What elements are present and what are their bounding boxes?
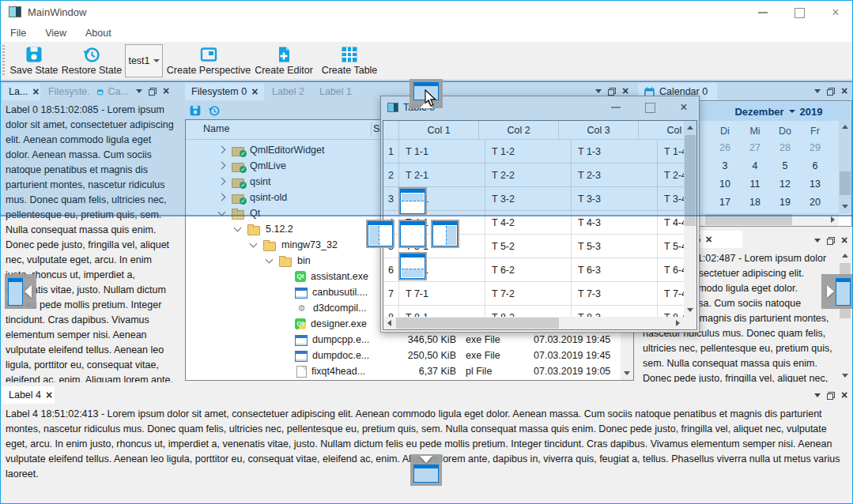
calendar-day[interactable]: 13 (800, 179, 830, 190)
drop-indicator-bottom[interactable] (398, 252, 427, 280)
edge-indicator-bottom[interactable] (410, 454, 442, 486)
scroll-up-icon[interactable] (842, 254, 848, 258)
calendar-day[interactable]: 10 (710, 179, 740, 190)
row-header[interactable]: 2 (383, 164, 399, 187)
float-icon[interactable] (149, 88, 157, 96)
scroll-right-icon[interactable] (831, 216, 835, 223)
table-cell[interactable]: T 6-2 (485, 258, 572, 282)
drop-indicator-top[interactable] (398, 187, 427, 216)
restore-state-button[interactable]: Restore State (61, 43, 123, 78)
table-cell[interactable]: T 1-3 (572, 140, 658, 164)
tab-calendar1[interactable]: Ca... (91, 83, 135, 100)
tabs-menu-icon[interactable] (136, 89, 142, 93)
drop-indicator-center[interactable] (398, 220, 427, 248)
scroll-down-icon[interactable] (842, 205, 848, 209)
close-icon[interactable] (705, 234, 711, 246)
table-cell[interactable]: T 3-2 (485, 187, 572, 211)
menu-item-about[interactable]: About (76, 24, 121, 42)
table-cell[interactable]: T 1-2 (485, 140, 572, 164)
table-cell[interactable]: T 2-2 (485, 164, 572, 187)
table-cell[interactable]: T 7-3 (572, 282, 658, 306)
tabs-menu-icon[interactable] (814, 393, 821, 397)
table-cell[interactable]: T 4-2 (485, 211, 572, 235)
tree-item[interactable]: fixqt4head...6,37 KiBpl File07.03.2019 1… (187, 363, 620, 379)
row-header[interactable]: 1 (383, 140, 399, 164)
calendar-day[interactable]: 11 (740, 179, 770, 190)
close-icon[interactable] (841, 389, 847, 401)
scroll-down-icon[interactable] (687, 308, 693, 312)
menu-item-file[interactable]: File (1, 24, 36, 42)
chevron-down-icon[interactable] (265, 257, 274, 265)
scrollbar-thumb[interactable] (840, 171, 851, 195)
chevron-down-icon[interactable] (233, 225, 243, 233)
calendar-day[interactable]: 18 (740, 197, 770, 208)
table-cell[interactable]: T 5-2 (485, 235, 572, 258)
table-cell[interactable]: T 1-1 (399, 140, 485, 164)
column-header[interactable]: Col 1 (399, 121, 479, 140)
calendar-day[interactable]: 27 (740, 142, 770, 153)
create-perspective-button[interactable]: Create Perspective (167, 43, 251, 78)
scrollbar-vertical[interactable] (839, 249, 851, 382)
close-icon[interactable] (841, 235, 847, 246)
row-header[interactable]: 7 (383, 282, 399, 306)
table-cell[interactable]: T 7-2 (485, 282, 572, 306)
maximize-button[interactable] (638, 96, 662, 118)
chevron-right-icon[interactable] (217, 194, 227, 201)
scrollbar-vertical[interactable] (839, 120, 851, 213)
tabs-menu-icon[interactable] (814, 239, 821, 243)
calendar-day[interactable]: 6 (800, 160, 830, 171)
close-icon[interactable] (46, 389, 52, 401)
edge-indicator-left[interactable] (5, 274, 36, 309)
row-header[interactable]: 3 (383, 187, 399, 211)
scroll-up-icon[interactable] (687, 126, 693, 130)
table-cell[interactable]: T 6-3 (572, 258, 658, 282)
column-header[interactable]: Col 3 (559, 121, 639, 140)
restore-state-icon-small[interactable] (208, 104, 221, 117)
create-table-button[interactable]: Create Table (317, 43, 382, 78)
chevron-down-icon[interactable] (217, 209, 227, 217)
calendar-day[interactable]: 28 (770, 142, 800, 153)
tabs-menu-icon[interactable] (814, 89, 821, 93)
close-icon[interactable] (163, 85, 169, 97)
scrollbar-horizontal[interactable] (383, 317, 684, 329)
tab-label1[interactable]: Label 1 (313, 83, 359, 100)
scrollbar-thumb[interactable] (685, 135, 696, 226)
tab-label0[interactable]: La... (2, 83, 40, 100)
save-state-button[interactable]: Save State (9, 43, 59, 78)
chevron-right-icon[interactable] (217, 162, 227, 170)
minimize-button[interactable] (745, 1, 780, 24)
title-bar[interactable]: MainWindow × (1, 1, 852, 24)
create-editor-button[interactable]: Create Editor (252, 43, 315, 78)
table-cell[interactable]: T 7-1 (399, 282, 485, 306)
table-cell[interactable]: T 2-1 (399, 164, 485, 187)
scrollbar-vertical[interactable] (684, 121, 696, 317)
close-icon[interactable] (32, 86, 39, 98)
drop-indicator-left[interactable] (366, 220, 394, 248)
tab-label2[interactable]: Label 2 (266, 83, 311, 100)
calendar-day[interactable]: 17 (710, 197, 740, 208)
calendar-day[interactable]: 29 (800, 142, 830, 153)
tab-label4[interactable]: Label 4 (2, 386, 55, 404)
table-cell[interactable]: T 4-3 (572, 211, 658, 235)
save-state-icon-small[interactable] (189, 104, 202, 117)
table-cell[interactable]: T 5-3 (572, 235, 658, 258)
toolbar-handle[interactable] (2, 45, 5, 77)
chevron-right-icon[interactable] (217, 178, 227, 186)
tabs-menu-icon[interactable] (595, 89, 602, 93)
menu-item-view[interactable]: View (36, 24, 76, 42)
calendar-day[interactable]: 19 (770, 197, 800, 208)
scroll-down-icon[interactable] (842, 374, 848, 378)
close-icon[interactable] (251, 86, 258, 98)
column-header-name[interactable]: Name (203, 123, 229, 134)
scroll-up-icon[interactable] (842, 125, 848, 129)
tree-item[interactable]: dumpdoc.e...250,50 KiBexe File07.03.2019… (187, 348, 620, 363)
scrollbar-thumb[interactable] (705, 214, 792, 225)
calendar-day[interactable]: 5 (770, 160, 800, 171)
calendar-day[interactable]: 20 (800, 197, 830, 208)
float-icon[interactable] (827, 237, 835, 245)
perspective-dropdown[interactable]: test1 (125, 44, 163, 77)
row-header[interactable]: 6 (383, 258, 399, 282)
table-cell[interactable]: T 2-3 (572, 164, 658, 187)
drop-indicator-right[interactable] (431, 220, 459, 248)
float-icon[interactable] (827, 392, 835, 400)
